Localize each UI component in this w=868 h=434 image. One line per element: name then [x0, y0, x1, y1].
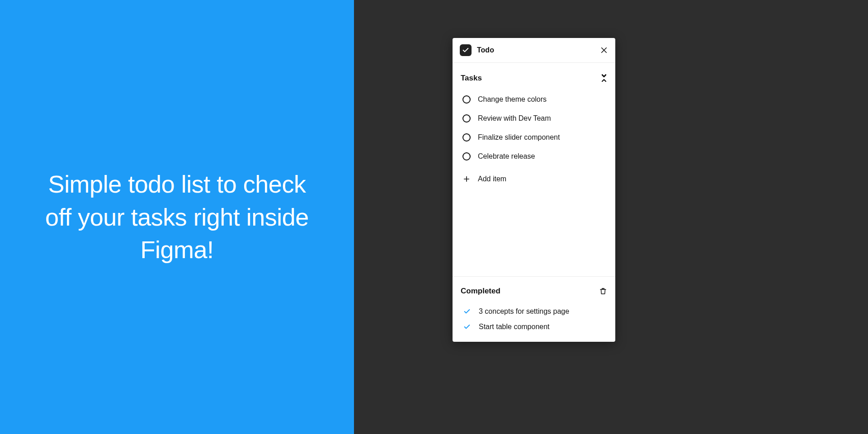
task-label: Celebrate release [478, 152, 535, 160]
task-radio-icon[interactable] [462, 95, 471, 104]
todo-panel: Todo Tasks [453, 38, 615, 342]
trash-icon [599, 287, 607, 296]
task-item[interactable]: Finalize slider component [461, 130, 607, 145]
completed-label: 3 concepts for settings page [479, 307, 569, 316]
app-icon [460, 44, 472, 56]
completed-section: Completed 3 conc [453, 277, 615, 342]
task-label: Finalize slider component [478, 133, 560, 142]
collapse-button[interactable] [601, 74, 607, 83]
task-radio-icon[interactable] [462, 133, 471, 142]
clear-completed-button[interactable] [599, 287, 607, 296]
check-icon [462, 323, 472, 330]
panel-title: Todo [477, 46, 600, 54]
completed-item[interactable]: Start table component [461, 319, 607, 335]
add-item-label: Add item [478, 175, 506, 183]
task-item[interactable]: Review with Dev Team [461, 111, 607, 126]
task-item[interactable]: Change theme colors [461, 92, 607, 107]
collapse-icon [601, 74, 607, 83]
close-button[interactable] [600, 46, 608, 54]
completed-label: Start table component [479, 323, 550, 331]
panel-header: Todo [453, 38, 615, 63]
task-label: Change theme colors [478, 95, 547, 104]
check-icon [462, 308, 472, 315]
task-label: Review with Dev Team [478, 114, 551, 123]
completed-item[interactable]: 3 concepts for settings page [461, 304, 607, 319]
tasks-section: Tasks Change theme colors [453, 63, 615, 192]
task-list: Change theme colors Review with Dev Team… [461, 92, 607, 188]
task-item[interactable]: Celebrate release [461, 149, 607, 164]
canvas-area: Todo Tasks [354, 0, 868, 434]
tasks-heading: Tasks [461, 74, 482, 83]
task-radio-icon[interactable] [462, 114, 471, 123]
task-radio-icon[interactable] [462, 152, 471, 160]
plus-icon [462, 175, 471, 183]
completed-heading: Completed [461, 287, 500, 296]
close-icon [600, 46, 608, 54]
promo-tagline: Simple todo list to check off your tasks… [36, 168, 318, 267]
add-item-button[interactable]: Add item [461, 170, 607, 188]
promo-panel: Simple todo list to check off your tasks… [0, 0, 354, 434]
